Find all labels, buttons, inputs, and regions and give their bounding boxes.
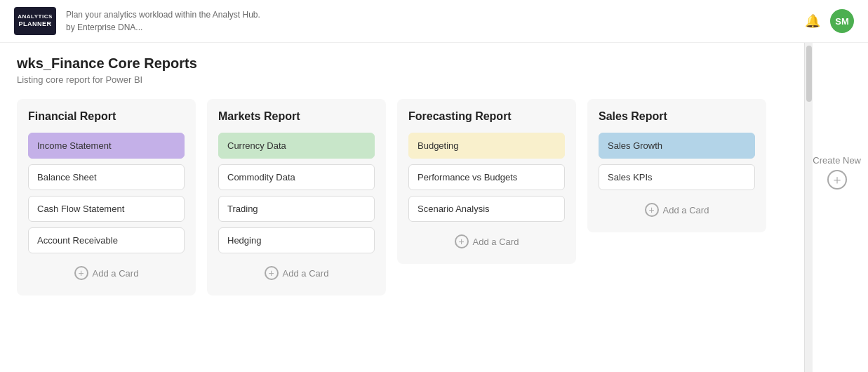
card-item-markets-3[interactable]: Hedging: [218, 227, 375, 253]
card-item-financial-2[interactable]: Cash Flow Statement: [28, 196, 185, 222]
board-title-markets: Markets Report: [218, 110, 375, 123]
scrollbar-thumb[interactable]: [806, 46, 812, 102]
boards-row: Financial ReportIncome StatementBalance …: [17, 99, 787, 295]
logo-line2: PLANNER: [18, 20, 51, 29]
card-item-markets-0[interactable]: Currency Data: [218, 133, 375, 159]
card-item-financial-1[interactable]: Balance Sheet: [28, 164, 185, 190]
add-card-button-financial[interactable]: +Add a Card: [28, 262, 185, 284]
add-card-label: Add a Card: [283, 268, 329, 279]
plus-circle-icon: +: [455, 234, 469, 248]
page-subtitle: Listing core report for Power BI: [17, 74, 787, 85]
card-item-markets-2[interactable]: Trading: [218, 196, 375, 222]
card-item-forecasting-0[interactable]: Budgeting: [408, 133, 565, 159]
add-card-label: Add a Card: [93, 268, 139, 279]
card-item-financial-0[interactable]: Income Statement: [28, 133, 185, 159]
create-new-button[interactable]: ＋: [827, 170, 847, 190]
board-sales: Sales ReportSales GrowthSales KPIs+Add a…: [587, 99, 766, 232]
add-card-button-markets[interactable]: +Add a Card: [218, 262, 375, 284]
card-item-forecasting-2[interactable]: Scenario Analysis: [408, 196, 565, 222]
header-left: ANALYTICS PLANNER Plan your analytics wo…: [14, 7, 260, 35]
board-markets: Markets ReportCurrency DataCommodity Dat…: [207, 99, 386, 295]
add-card-label: Add a Card: [663, 205, 709, 215]
plus-circle-icon: +: [74, 266, 88, 280]
card-item-sales-0[interactable]: Sales Growth: [599, 133, 755, 159]
card-item-financial-3[interactable]: Account Receivable: [28, 227, 185, 253]
plus-circle-icon: +: [645, 203, 659, 217]
bell-icon[interactable]: 🔔: [805, 13, 820, 29]
header-right: 🔔 SM: [805, 9, 854, 33]
board-forecasting: Forecasting ReportBudgetingPerformance v…: [397, 99, 576, 264]
add-card-button-sales[interactable]: +Add a Card: [599, 199, 755, 221]
create-new-area: Create New ＋: [813, 43, 868, 372]
plus-circle-icon: +: [265, 266, 279, 280]
create-new-label: Create New: [813, 155, 861, 166]
main-area: wks_Finance Core Reports Listing core re…: [0, 43, 804, 372]
card-item-markets-1[interactable]: Commodity Data: [218, 164, 375, 190]
logo-line1: ANALYTICS: [18, 13, 53, 20]
page-content: wks_Finance Core Reports Listing core re…: [0, 43, 868, 372]
card-item-sales-1[interactable]: Sales KPIs: [599, 164, 755, 190]
board-financial: Financial ReportIncome StatementBalance …: [17, 99, 196, 295]
add-card-label: Add a Card: [473, 237, 519, 247]
card-item-forecasting-1[interactable]: Performance vs Budgets: [408, 164, 565, 190]
board-title-forecasting: Forecasting Report: [408, 110, 565, 123]
scrollbar[interactable]: [804, 43, 813, 372]
app-header: ANALYTICS PLANNER Plan your analytics wo…: [0, 0, 868, 43]
board-title-sales: Sales Report: [599, 110, 755, 123]
tagline-line2: by Enterprise DNA...: [66, 21, 260, 34]
add-card-button-forecasting[interactable]: +Add a Card: [408, 230, 565, 253]
board-title-financial: Financial Report: [28, 110, 185, 123]
page-title: wks_Finance Core Reports: [17, 55, 787, 72]
app-logo: ANALYTICS PLANNER: [14, 7, 56, 35]
tagline-line1: Plan your analytics workload within the …: [66, 8, 260, 21]
header-tagline: Plan your analytics workload within the …: [66, 8, 260, 34]
avatar[interactable]: SM: [830, 9, 854, 33]
